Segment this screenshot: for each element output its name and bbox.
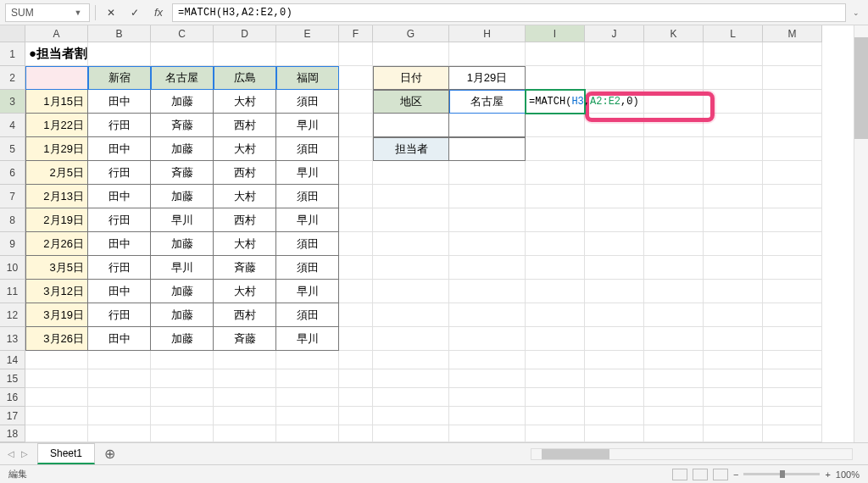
col-header-L[interactable]: L bbox=[704, 25, 763, 42]
cell[interactable]: 早川 bbox=[151, 208, 214, 232]
cell[interactable] bbox=[373, 185, 449, 208]
cell[interactable] bbox=[644, 280, 704, 303]
row-header-10[interactable]: 10 bbox=[0, 256, 25, 280]
cell[interactable] bbox=[704, 369, 763, 388]
col-header-D[interactable]: D bbox=[214, 25, 276, 42]
col-header-C[interactable]: C bbox=[151, 25, 214, 42]
cell[interactable] bbox=[151, 369, 214, 388]
cell[interactable]: 1月22日 bbox=[25, 114, 88, 137]
cell[interactable] bbox=[704, 256, 763, 280]
cell[interactable] bbox=[373, 114, 449, 137]
cell[interactable] bbox=[644, 351, 704, 369]
cell[interactable] bbox=[704, 407, 763, 425]
tab-prev-icon[interactable]: ◁ bbox=[5, 447, 17, 460]
cell[interactable] bbox=[339, 303, 373, 327]
cell[interactable] bbox=[25, 388, 88, 407]
cell[interactable]: 須田 bbox=[276, 303, 339, 327]
cell[interactable] bbox=[644, 425, 704, 442]
cell[interactable] bbox=[339, 351, 373, 369]
row-header-6[interactable]: 6 bbox=[0, 161, 25, 185]
row-header-9[interactable]: 9 bbox=[0, 232, 25, 256]
cell[interactable] bbox=[704, 280, 763, 303]
cell[interactable]: 福岡 bbox=[276, 66, 339, 90]
select-all-corner[interactable] bbox=[0, 25, 25, 42]
cell[interactable] bbox=[88, 351, 151, 369]
cell[interactable] bbox=[339, 161, 373, 185]
cell[interactable] bbox=[763, 185, 822, 208]
cell[interactable]: 加藤 bbox=[151, 90, 214, 114]
cell[interactable] bbox=[339, 425, 373, 442]
row-header-2[interactable]: 2 bbox=[0, 66, 25, 90]
col-header-I[interactable]: I bbox=[526, 25, 585, 42]
cell[interactable] bbox=[704, 388, 763, 407]
row-header-14[interactable]: 14 bbox=[0, 351, 25, 369]
cell[interactable] bbox=[373, 280, 449, 303]
cell[interactable] bbox=[276, 388, 339, 407]
cell[interactable] bbox=[373, 425, 449, 442]
cell[interactable]: 早川 bbox=[151, 256, 214, 280]
cell[interactable] bbox=[526, 42, 585, 66]
cell[interactable] bbox=[449, 161, 526, 185]
cell[interactable] bbox=[339, 90, 373, 114]
cell[interactable] bbox=[644, 256, 704, 280]
cell[interactable] bbox=[276, 369, 339, 388]
cell[interactable]: 新宿 bbox=[88, 66, 151, 90]
cell[interactable] bbox=[25, 407, 88, 425]
cell[interactable] bbox=[276, 42, 339, 66]
cell[interactable]: 大村 bbox=[214, 280, 276, 303]
cell[interactable]: 早川 bbox=[276, 327, 339, 351]
cell[interactable] bbox=[644, 114, 704, 137]
cell[interactable]: 斉藤 bbox=[214, 256, 276, 280]
cell[interactable]: 加藤 bbox=[151, 137, 214, 161]
name-box[interactable]: SUM ▼ bbox=[5, 3, 90, 22]
cell[interactable] bbox=[88, 388, 151, 407]
spreadsheet-grid[interactable]: ABCDEFGHIJKLM 12345678910111213141516171… bbox=[0, 25, 868, 447]
vertical-scrollbar[interactable] bbox=[854, 25, 868, 442]
cell[interactable]: 早川 bbox=[276, 280, 339, 303]
cell[interactable] bbox=[339, 256, 373, 280]
cell[interactable]: 行田 bbox=[88, 303, 151, 327]
vertical-scrollbar-thumb[interactable] bbox=[854, 37, 868, 139]
accept-formula-button[interactable]: ✓ bbox=[125, 3, 145, 22]
cell[interactable]: 3月26日 bbox=[25, 327, 88, 351]
cell[interactable] bbox=[373, 42, 449, 66]
col-header-H[interactable]: H bbox=[449, 25, 526, 42]
cell[interactable] bbox=[339, 280, 373, 303]
cell[interactable] bbox=[763, 280, 822, 303]
cell[interactable] bbox=[526, 114, 585, 137]
cell[interactable]: 2月26日 bbox=[25, 232, 88, 256]
row-header-15[interactable]: 15 bbox=[0, 369, 25, 388]
cell[interactable] bbox=[214, 388, 276, 407]
cell[interactable] bbox=[88, 369, 151, 388]
cell[interactable] bbox=[526, 208, 585, 232]
cell[interactable]: 行田 bbox=[88, 256, 151, 280]
cell[interactable]: 大村 bbox=[214, 137, 276, 161]
cell[interactable] bbox=[339, 66, 373, 90]
cell[interactable] bbox=[763, 388, 822, 407]
sheet-tab[interactable]: Sheet1 bbox=[37, 443, 95, 464]
row-header-4[interactable]: 4 bbox=[0, 114, 25, 137]
zoom-slider[interactable] bbox=[743, 473, 820, 475]
cell[interactable]: 加藤 bbox=[151, 232, 214, 256]
cell[interactable]: 名古屋 bbox=[151, 66, 214, 90]
cell[interactable] bbox=[151, 388, 214, 407]
cell[interactable] bbox=[373, 303, 449, 327]
cell[interactable] bbox=[339, 327, 373, 351]
cell[interactable] bbox=[704, 42, 763, 66]
cell[interactable] bbox=[526, 303, 585, 327]
cell[interactable] bbox=[704, 137, 763, 161]
cell[interactable]: 西村 bbox=[214, 303, 276, 327]
cell[interactable] bbox=[526, 256, 585, 280]
col-header-G[interactable]: G bbox=[373, 25, 449, 42]
cell[interactable] bbox=[373, 256, 449, 280]
cell[interactable] bbox=[704, 232, 763, 256]
cell[interactable]: 3月12日 bbox=[25, 280, 88, 303]
cell[interactable] bbox=[763, 303, 822, 327]
cell[interactable]: 名古屋 bbox=[449, 90, 526, 114]
col-header-E[interactable]: E bbox=[276, 25, 339, 42]
cell[interactable] bbox=[449, 388, 526, 407]
row-header-8[interactable]: 8 bbox=[0, 208, 25, 232]
cell[interactable]: 西村 bbox=[214, 208, 276, 232]
tab-next-icon[interactable]: ▷ bbox=[19, 447, 31, 460]
cell[interactable]: 地区 bbox=[373, 90, 449, 114]
